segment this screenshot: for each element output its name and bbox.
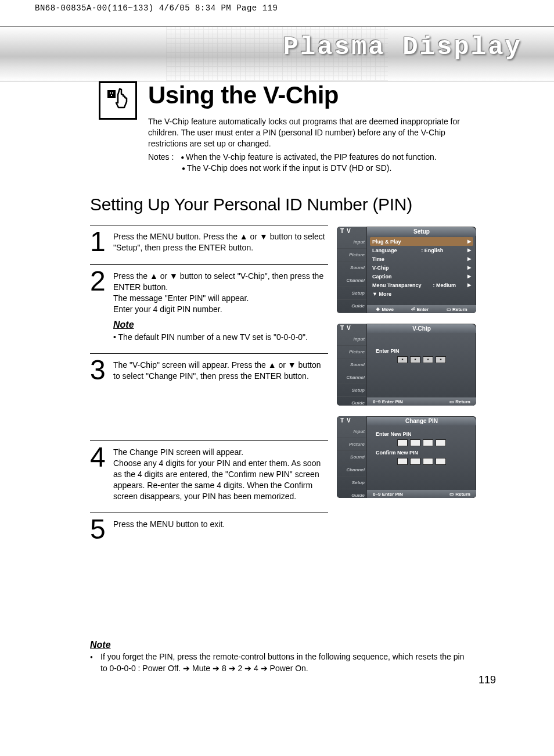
intro-p1: The V-Chip feature automatically locks o… [148, 116, 473, 149]
step-1: 1 Press the MENU button. Press the ▲ or … [90, 225, 328, 264]
osd-side-input: Input [337, 236, 366, 249]
svg-rect-1 [110, 92, 111, 94]
osd-pin-body: Enter PIN * * * * [367, 333, 476, 397]
pin-digit [410, 458, 420, 465]
osd-footer: 0~9 Enter PIN ▭ Return [367, 397, 476, 406]
step-2: 2 Press the ▲ or ▼ button to select "V-C… [90, 264, 328, 353]
note-text: The default PIN number of a new TV set i… [113, 332, 328, 343]
step-3: 3 The "V-Chip" screen will appear. Press… [90, 353, 328, 440]
intro-notes-label: Notes : [148, 152, 174, 162]
osd-side-setup: Setup [337, 287, 366, 300]
step-5: 5 Press the MENU button to exit. [90, 513, 328, 562]
pin-digit [397, 439, 408, 446]
osd-row-plugplay: Plug & Play▶ [370, 237, 473, 246]
enter-pin-label: Enter PIN [376, 348, 473, 354]
section-title: Setting Up Your Personal ID Number (PIN) [90, 195, 412, 214]
osd-tv-label: T V [340, 417, 351, 424]
osd-side-sound: Sound [337, 261, 366, 274]
pin-row [370, 458, 473, 465]
osd-tv-label: T V [340, 228, 351, 234]
pin-digit [436, 458, 446, 465]
page-number: 119 [479, 674, 496, 686]
osd-sidebar: Input Picture Sound Channel Setup Guide [337, 416, 367, 498]
osd-changepin-body: Enter New PIN Confirm New PIN [367, 425, 476, 490]
brand-title: Plasma Display [283, 33, 522, 62]
osd-setup-menu: Input Picture Sound Channel Setup Guide … [337, 227, 476, 313]
print-header: BN68-00835A-00(116~133) 4/6/05 8:34 PM P… [35, 3, 278, 13]
step-text: Press the MENU button to exit. [113, 517, 225, 542]
svg-rect-0 [107, 90, 116, 98]
osd-row-time: Time▶ [370, 255, 473, 263]
osd-row-more: ▼ More [370, 289, 473, 298]
pin-digit: * [410, 356, 420, 363]
step-text: Press the MENU button. Press the ▲ or ▼ … [113, 229, 328, 254]
osd-side-guide: Guide [337, 300, 366, 313]
pin-digit [410, 439, 420, 446]
pin-digit [397, 458, 408, 465]
osd-side-channel: Channel [337, 274, 366, 287]
step-text: Press the ▲ or ▼ button to select "V-Chi… [113, 268, 328, 343]
page-title: Using the V-Chip [148, 81, 339, 109]
osd-footer: ⯁ Move ⏎ Enter ▭ Return [367, 305, 476, 313]
pin-digit: * [423, 356, 433, 363]
header-banner: Plasma Display [0, 26, 554, 81]
step-text: The "V-Chip" screen will appear. Press t… [113, 357, 328, 430]
osd-menu-body: Plug & Play▶ Language: English▶ Time▶ V-… [367, 236, 476, 305]
osd-title: Change PIN [367, 417, 476, 425]
pin-digit [423, 458, 433, 465]
svg-rect-2 [112, 92, 113, 94]
osd-row-transparency: Menu Transparency: Medium▶ [370, 281, 473, 289]
intro-note2: The V-Chip does not work if the input is… [182, 163, 473, 174]
step-num: 4 [90, 445, 109, 501]
pin-row: * * * * [370, 356, 473, 363]
osd-vchip-pin: Input Picture Sound Channel Setup Guide … [337, 324, 476, 406]
note-label: Note [113, 318, 328, 331]
pin-digit: * [436, 356, 446, 363]
svg-rect-3 [111, 95, 112, 96]
osd-sidebar: Input Picture Sound Channel Setup Guide [337, 324, 367, 406]
bottom-note: Note If you forget the PIN, press the re… [90, 636, 473, 674]
osd-change-pin: Input Picture Sound Channel Setup Guide … [337, 416, 476, 498]
osd-row-caption: Caption▶ [370, 272, 473, 281]
osd-title: V-Chip [367, 324, 476, 333]
osd-side-picture: Picture [337, 249, 366, 261]
osd-sidebar: Input Picture Sound Channel Setup Guide [337, 227, 367, 313]
step-num: 1 [90, 229, 109, 254]
hand-touch-icon [99, 81, 137, 120]
step-num: 3 [90, 357, 109, 430]
confirm-new-pin-label: Confirm New PIN [376, 450, 473, 456]
steps-container: 1 Press the MENU button. Press the ▲ or … [90, 225, 328, 562]
osd-row-vchip: V-Chip▶ [370, 263, 473, 272]
step-num: 2 [90, 268, 109, 343]
pin-digit: * [397, 356, 408, 363]
intro-note1: When the V-chip feature is activated, th… [181, 152, 437, 162]
pin-digit [436, 439, 446, 446]
pin-digit [423, 439, 433, 446]
pin-row [370, 439, 473, 446]
osd-title: Setup [367, 227, 476, 236]
note-text: If you forget the PIN, press the remote-… [90, 651, 473, 674]
step-num: 5 [90, 517, 109, 542]
osd-row-language: Language: English▶ [370, 246, 473, 255]
enter-new-pin-label: Enter New PIN [376, 431, 473, 437]
step-text: The Change PIN screen will appear. Choos… [113, 445, 328, 501]
osd-tv-label: T V [340, 325, 351, 331]
note-label: Note [90, 640, 473, 650]
osd-footer: 0~9 Enter PIN ▭ Return [367, 490, 476, 498]
intro-block: The V-Chip feature automatically locks o… [148, 116, 473, 173]
step-4: 4 The Change PIN screen will appear. Cho… [90, 440, 328, 512]
